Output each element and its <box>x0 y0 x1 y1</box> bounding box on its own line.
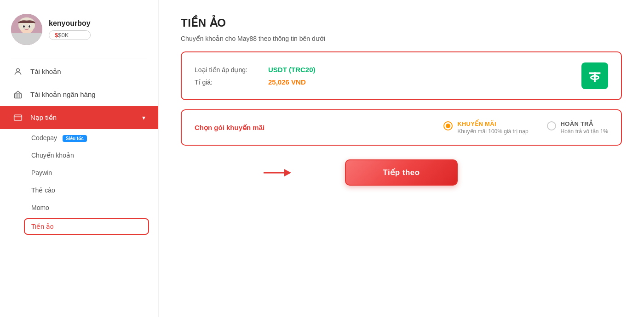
sub-nav-item-momo[interactable]: Momo <box>0 199 158 216</box>
currency-label: Loại tiền áp dụng: <box>195 66 268 74</box>
svg-marker-20 <box>284 169 291 176</box>
radio-inner-selected <box>446 124 450 128</box>
svg-rect-8 <box>11 33 42 45</box>
svg-point-7 <box>29 25 30 28</box>
promo-option-desc-hoan-tra: Hoàn trả vô tận 1% <box>561 128 608 135</box>
arrow-container <box>264 166 291 180</box>
sub-nav: Codepay Siêu tốc Chuyển khoản Paywin Thẻ… <box>0 129 158 237</box>
sub-nav-item-codepay[interactable]: Codepay Siêu tốc <box>0 129 158 147</box>
deposit-icon <box>13 113 23 123</box>
sub-nav-item-chuyen-khoan[interactable]: Chuyển khoản <box>0 147 158 164</box>
sidebar-item-tai-khoan[interactable]: Tài khoản <box>0 60 158 83</box>
info-box: Loại tiền áp dụng: USDT (TRC20) Tỉ giá: … <box>181 51 622 100</box>
promo-option-title-hoan-tra: HOÀN TRẢ <box>561 120 608 127</box>
sidebar-item-label: Nạp tiền <box>30 113 57 122</box>
person-icon <box>13 67 23 77</box>
next-button[interactable]: Tiếp theo <box>345 159 457 186</box>
main-content: TIỀN ẢO Chuyển khoản cho May88 theo thôn… <box>159 0 644 317</box>
balance-badge: $$0K <box>49 30 91 40</box>
promo-label: Chọn gói khuyến mãi <box>195 124 287 132</box>
user-info: kenyourboy $$0K <box>49 19 91 40</box>
promo-khuyen-mai-content: KHUYẾN MÃI Khuyến mãi 100% giá trị nạp <box>457 120 528 135</box>
usdt-icon <box>581 62 608 89</box>
rate-label: Tỉ giá: <box>195 79 268 86</box>
sidebar-item-tai-khoan-ngan-hang[interactable]: Tài khoản ngân hàng <box>0 83 158 106</box>
action-section: Tiếp theo <box>181 159 622 186</box>
promo-box: Chọn gói khuyến mãi KHUYẾN MÃI Khuyến mã… <box>181 109 622 146</box>
avatar-image <box>11 14 42 45</box>
avatar <box>11 14 42 45</box>
chevron-down-icon: ▾ <box>142 114 145 121</box>
arrow-icon <box>264 166 291 180</box>
page-subtitle: Chuyển khoản cho May88 theo thông tin bê… <box>181 35 622 42</box>
svg-point-9 <box>17 68 20 72</box>
promo-options: KHUYẾN MÃI Khuyến mãi 100% giá trị nạp H… <box>287 120 608 135</box>
info-box-content: Loại tiền áp dụng: USDT (TRC20) Tỉ giá: … <box>195 66 581 86</box>
radio-hoan-tra[interactable] <box>547 121 556 130</box>
promo-option-khuyen-mai[interactable]: KHUYẾN MÃI Khuyến mãi 100% giá trị nạp <box>443 120 528 135</box>
rate-row: Tỉ giá: 25,026 VND <box>195 78 581 86</box>
promo-option-title: KHUYẾN MÃI <box>457 120 528 127</box>
currency-value: USDT (TRC20) <box>268 66 316 74</box>
promo-hoan-tra-content: HOÀN TRẢ Hoàn trả vô tận 1% <box>561 120 608 135</box>
sidebar-item-label: Tài khoản <box>30 68 61 76</box>
sidebar: kenyourboy $$0K Tài khoản <box>0 0 159 317</box>
user-section: kenyourboy $$0K <box>0 9 158 56</box>
rate-value: 25,026 VND <box>268 78 306 86</box>
username: kenyourboy <box>49 19 91 28</box>
sub-nav-item-paywin[interactable]: Paywin <box>0 164 158 181</box>
sub-nav-item-the-cao[interactable]: Thẻ cào <box>0 181 158 199</box>
promo-option-hoan-tra[interactable]: HOÀN TRẢ Hoàn trả vô tận 1% <box>547 120 608 135</box>
sub-nav-item-tien-ao[interactable]: Tiền ảo <box>24 218 149 235</box>
promo-option-desc: Khuyến mãi 100% giá trị nạp <box>457 128 528 135</box>
svg-rect-14 <box>14 115 22 120</box>
sieutoc-badge: Siêu tốc <box>63 135 87 142</box>
page-title: TIỀN ẢO <box>181 17 622 29</box>
svg-rect-17 <box>589 72 601 74</box>
sidebar-item-nap-tien[interactable]: Nạp tiền ▾ <box>0 106 158 129</box>
radio-khuyen-mai[interactable] <box>443 121 453 130</box>
currency-row: Loại tiền áp dụng: USDT (TRC20) <box>195 66 581 74</box>
bank-icon <box>13 90 23 100</box>
sidebar-nav: Tài khoản Tài khoản ngân hàng <box>0 60 158 237</box>
sidebar-item-label: Tài khoản ngân hàng <box>30 91 96 99</box>
svg-point-6 <box>23 25 25 28</box>
